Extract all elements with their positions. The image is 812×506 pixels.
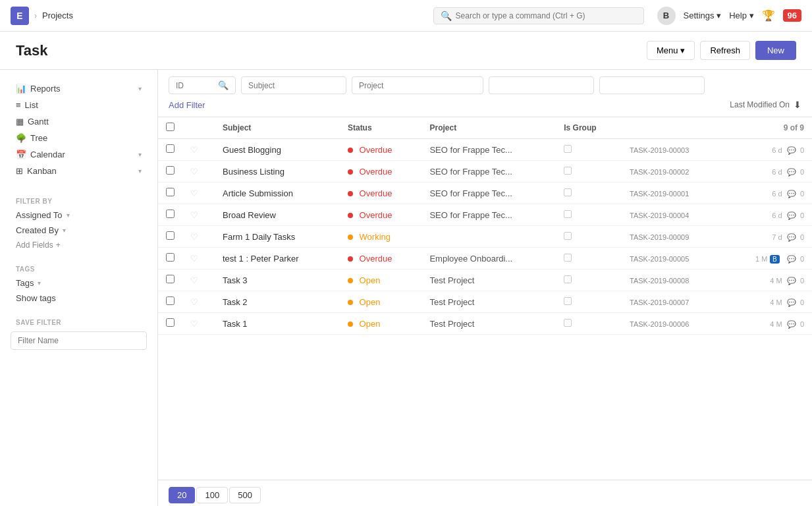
- row-is-group-cell: [556, 226, 622, 248]
- heart-icon[interactable]: ♡: [190, 254, 198, 264]
- sidebar-item-tree[interactable]: 🌳 Tree: [11, 130, 147, 146]
- sidebar-item-reports[interactable]: 📊 Reports ▾: [11, 80, 147, 97]
- menu-button[interactable]: Menu ▾: [647, 41, 695, 60]
- help-button[interactable]: Help ▾: [729, 11, 753, 20]
- row-checkbox[interactable]: [166, 188, 175, 196]
- add-filter-button[interactable]: Add Filter: [169, 100, 205, 110]
- status-dot: [348, 256, 353, 262]
- sidebar-item-gantt[interactable]: ▦ Gantt: [11, 113, 147, 130]
- comment-icon: 💬: [787, 233, 796, 241]
- page-size-500[interactable]: 500: [229, 487, 261, 503]
- row-time-ago: 6 d: [772, 168, 782, 176]
- filter-input-5[interactable]: [599, 76, 705, 94]
- row-subject-cell[interactable]: Business Listing: [215, 161, 340, 183]
- row-status-cell: Overdue: [340, 248, 422, 269]
- header-project[interactable]: Project: [421, 117, 556, 139]
- row-checkbox[interactable]: [166, 296, 175, 305]
- table-row: ♡ Broad Review Overdue SEO for Frappe Te…: [158, 204, 812, 226]
- comment-count: 0: [800, 211, 804, 219]
- status-text: Open: [360, 297, 381, 307]
- list-icon: ≡: [16, 100, 21, 110]
- show-tags-button[interactable]: Show tags: [11, 291, 147, 306]
- filter-input-4[interactable]: [489, 76, 594, 94]
- last-modified-sort[interactable]: Last Modified On ⬇: [730, 99, 801, 110]
- sort-icon[interactable]: ⬇: [794, 99, 801, 110]
- row-checkbox[interactable]: [166, 166, 175, 175]
- row-subject-cell[interactable]: Broad Review: [215, 204, 340, 226]
- row-subject: Business Listing: [223, 167, 284, 177]
- row-is-group-cell: [556, 313, 622, 335]
- row-checkbox[interactable]: [166, 231, 175, 240]
- heart-icon[interactable]: ♡: [190, 167, 198, 177]
- project-filter-input[interactable]: [352, 76, 483, 94]
- header-status[interactable]: Status: [340, 117, 422, 139]
- filter-created-by[interactable]: Created By ▾: [11, 223, 147, 238]
- row-subject-cell[interactable]: Article Submission: [215, 183, 340, 204]
- calendar-chevron: ▾: [138, 151, 142, 158]
- row-project: Employee Onboardi...: [429, 254, 512, 264]
- row-checkbox-cell: [158, 204, 182, 226]
- settings-button[interactable]: Settings ▾: [684, 11, 722, 20]
- row-time-ago: 6 d: [772, 146, 782, 154]
- sidebar-item-calendar[interactable]: 📅 Calendar ▾: [11, 146, 147, 163]
- row-task-id: TASK-2019-00008: [630, 277, 689, 285]
- heart-icon[interactable]: ♡: [190, 145, 198, 155]
- search-input[interactable]: [456, 11, 637, 20]
- heart-icon[interactable]: ♡: [190, 188, 198, 198]
- sidebar-item-kanban[interactable]: ⊞ Kanban ▾: [11, 163, 147, 179]
- row-project: Test Project: [429, 319, 474, 329]
- row-subject-cell[interactable]: Task 2: [215, 291, 340, 313]
- search-icon: 🔍: [441, 11, 452, 21]
- row-heart-cell: ♡: [182, 248, 215, 269]
- page-size-20[interactable]: 20: [169, 487, 195, 503]
- row-subject-cell[interactable]: Farm 1 Daily Tasks: [215, 226, 340, 248]
- global-search[interactable]: 🔍: [433, 7, 644, 24]
- row-checkbox[interactable]: [166, 144, 175, 153]
- row-checkbox[interactable]: [166, 318, 175, 327]
- row-checkbox-cell: [158, 183, 182, 204]
- heart-icon[interactable]: ♡: [190, 297, 198, 307]
- brand-logo[interactable]: E: [11, 7, 29, 25]
- comment-count: 0: [800, 298, 804, 306]
- row-checkbox[interactable]: [166, 275, 175, 283]
- select-all-checkbox[interactable]: [166, 123, 175, 131]
- row-checkbox[interactable]: [166, 253, 175, 262]
- table-header-row: Subject Status Project Is Group 9 of 9: [158, 117, 812, 139]
- id-search-icon: 🔍: [218, 80, 229, 90]
- table-row: ♡ Farm 1 Daily Tasks Working TASK-2019-0…: [158, 226, 812, 248]
- heart-icon[interactable]: ♡: [190, 232, 198, 242]
- refresh-button[interactable]: Refresh: [700, 41, 750, 60]
- filter-assigned-to[interactable]: Assigned To ▾: [11, 208, 147, 223]
- is-group-checkbox: [564, 210, 572, 218]
- id-filter-input[interactable]: [176, 81, 215, 90]
- row-subject-cell[interactable]: Task 3: [215, 269, 340, 291]
- row-subject-cell[interactable]: Task 1: [215, 313, 340, 335]
- heart-icon[interactable]: ♡: [190, 275, 198, 285]
- row-project-cell: SEO for Frappe Tec...: [421, 139, 556, 161]
- breadcrumb-projects[interactable]: Projects: [42, 11, 73, 20]
- row-checkbox[interactable]: [166, 210, 175, 218]
- row-status-cell: Overdue: [340, 204, 422, 226]
- header-subject[interactable]: Subject: [215, 117, 340, 139]
- page-size-100[interactable]: 100: [196, 487, 228, 503]
- header-is-group[interactable]: Is Group: [556, 117, 622, 139]
- row-task-id-cell: TASK-2019-00001: [622, 183, 724, 204]
- row-project: SEO for Frappe Tec...: [429, 210, 512, 220]
- filter-name-input[interactable]: [11, 331, 147, 350]
- subject-filter-input[interactable]: [241, 76, 346, 94]
- heart-icon[interactable]: ♡: [190, 319, 198, 329]
- notification-badge[interactable]: 96: [783, 9, 801, 22]
- row-subject-cell[interactable]: Guest Blogging: [215, 139, 340, 161]
- id-filter-wrap[interactable]: 🔍: [169, 76, 236, 94]
- status-text: Overdue: [360, 210, 392, 220]
- user-avatar[interactable]: B: [657, 7, 676, 25]
- filter-bar: 🔍 Add Filter Last Modified On ⬇: [158, 70, 812, 117]
- is-group-checkbox: [564, 145, 572, 153]
- comment-count: 0: [800, 233, 804, 241]
- new-button[interactable]: New: [755, 41, 796, 60]
- add-fields-button[interactable]: Add Fields +: [11, 238, 147, 252]
- sidebar-item-list[interactable]: ≡ List: [11, 97, 147, 113]
- heart-icon[interactable]: ♡: [190, 210, 198, 220]
- tags-filter[interactable]: Tags ▾: [11, 275, 147, 291]
- row-subject-cell[interactable]: test 1 : Peter Parker: [215, 248, 340, 269]
